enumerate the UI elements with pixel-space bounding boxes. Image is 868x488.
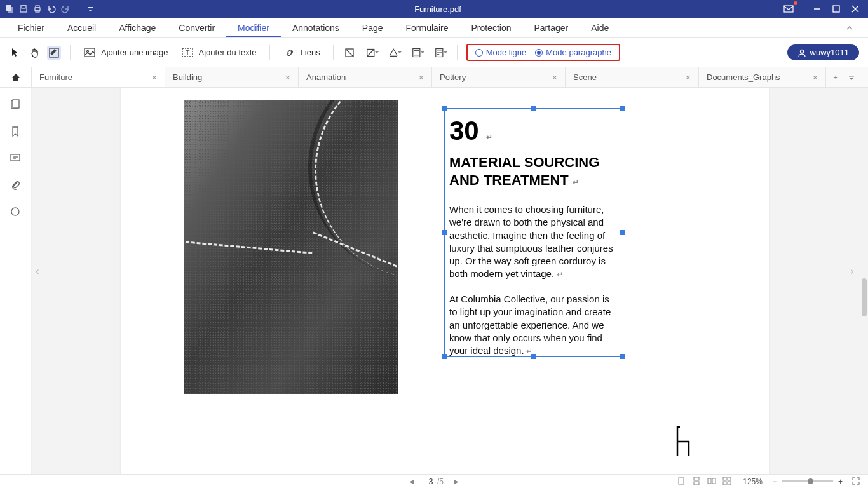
tab-anamation[interactable]: Anamation× bbox=[299, 67, 432, 87]
tab-building[interactable]: Building× bbox=[165, 67, 299, 87]
tab-close-icon[interactable]: × bbox=[152, 72, 157, 83]
menu-aide[interactable]: Aide bbox=[580, 19, 620, 37]
tab-label: Documents_Graphs bbox=[707, 72, 780, 82]
heading-text[interactable]: MATERIAL SOURCING AND TREATMENT ↵ bbox=[449, 154, 599, 189]
watermark-icon[interactable] bbox=[365, 46, 379, 60]
zoom-slider-thumb[interactable] bbox=[808, 478, 813, 484]
tab-documents-graphs[interactable]: Documents_Graphs× bbox=[699, 67, 826, 87]
svg-rect-7 bbox=[784, 6, 793, 12]
resize-handle-mr[interactable] bbox=[620, 230, 625, 235]
search-panel-icon[interactable] bbox=[10, 206, 22, 219]
menu-formulaire[interactable]: Formulaire bbox=[395, 19, 460, 37]
tab-close-icon[interactable]: × bbox=[686, 72, 691, 83]
prev-page-arrow-icon[interactable]: ‹ bbox=[34, 266, 41, 277]
scrollbar-thumb[interactable] bbox=[862, 278, 867, 316]
menu-affichage[interactable]: Affichage bbox=[107, 19, 167, 37]
paragraph-1[interactable]: When it comes to choosing furniture, we'… bbox=[449, 203, 614, 281]
thumbnails-icon[interactable] bbox=[10, 99, 22, 112]
resize-handle-tm[interactable] bbox=[531, 106, 536, 111]
add-image-button[interactable]: Ajouter une image bbox=[79, 43, 172, 62]
menu-page[interactable]: Page bbox=[351, 19, 395, 37]
fullscreen-icon[interactable] bbox=[851, 477, 862, 487]
tab-furniture[interactable]: Furniture× bbox=[32, 67, 165, 87]
pdf-page: 30 ↵ MATERIAL SOURCING AND TREATMENT ↵ W… bbox=[121, 88, 769, 474]
zoom-out-button[interactable]: − bbox=[773, 477, 777, 486]
svg-rect-48 bbox=[728, 482, 731, 485]
comments-icon[interactable] bbox=[10, 152, 22, 165]
tab-label: Scene bbox=[573, 72, 597, 82]
tab-label: Building bbox=[173, 72, 202, 82]
edit-object-icon[interactable] bbox=[47, 46, 61, 60]
menu-annotations[interactable]: Annotations bbox=[281, 19, 351, 37]
header-footer-icon[interactable] bbox=[411, 46, 425, 60]
page-number-input[interactable] bbox=[424, 477, 437, 486]
main-area: ‹ 30 ↵ MATERIAL SOURCING AND bbox=[0, 88, 868, 474]
add-text-button[interactable]: T Ajouter du texte bbox=[177, 43, 261, 62]
user-account-button[interactable]: wuwy1011 bbox=[787, 44, 859, 60]
view-single-icon[interactable] bbox=[677, 477, 687, 487]
maximize-button[interactable] bbox=[829, 3, 844, 15]
edit-mode-group: Mode ligne Mode paragraphe bbox=[466, 44, 620, 61]
tab-close-icon[interactable]: × bbox=[419, 72, 424, 83]
zoom-in-button[interactable]: + bbox=[838, 477, 843, 486]
hand-pan-icon[interactable] bbox=[28, 46, 42, 60]
quickaccess-dropdown-icon[interactable] bbox=[86, 4, 95, 13]
svg-line-20 bbox=[367, 49, 374, 56]
view-continuous-icon[interactable] bbox=[692, 477, 702, 487]
menu-protection[interactable]: Protection bbox=[459, 19, 522, 37]
user-name: wuwy1011 bbox=[810, 48, 849, 57]
select-arrow-icon[interactable] bbox=[9, 46, 23, 60]
mail-icon[interactable] bbox=[781, 3, 796, 15]
next-page-button[interactable]: ► bbox=[452, 477, 460, 486]
menu-accueil[interactable]: Accueil bbox=[56, 19, 107, 37]
prev-page-button[interactable]: ◄ bbox=[408, 477, 416, 486]
resize-handle-tl[interactable] bbox=[442, 106, 447, 111]
document-canvas[interactable]: ‹ 30 ↵ MATERIAL SOURCING AND bbox=[32, 88, 858, 474]
zoom-slider[interactable] bbox=[782, 480, 833, 482]
app-logo-icon bbox=[5, 4, 14, 13]
resize-handle-bl[interactable] bbox=[442, 354, 447, 359]
tab-close-icon[interactable]: × bbox=[813, 72, 818, 83]
separator bbox=[78, 4, 78, 13]
undo-icon[interactable] bbox=[47, 4, 56, 13]
separator bbox=[269, 45, 270, 60]
bookmarks-icon[interactable] bbox=[10, 126, 22, 139]
tab-close-icon[interactable]: × bbox=[552, 72, 557, 83]
next-page-arrow-icon[interactable]: › bbox=[849, 266, 855, 277]
save-icon[interactable] bbox=[19, 4, 28, 13]
tab-overflow-icon[interactable] bbox=[845, 67, 858, 87]
mode-line-radio[interactable]: Mode ligne bbox=[475, 48, 527, 57]
home-tab[interactable] bbox=[0, 67, 32, 87]
mode-paragraph-radio[interactable]: Mode paragraphe bbox=[535, 48, 611, 57]
svg-rect-9 bbox=[833, 6, 839, 12]
new-tab-button[interactable]: + bbox=[826, 67, 845, 87]
page-number-text[interactable]: 30 ↵ bbox=[449, 116, 492, 146]
crop-icon[interactable] bbox=[342, 46, 356, 60]
resize-handle-ml[interactable] bbox=[442, 230, 447, 235]
leather-image[interactable] bbox=[184, 100, 398, 394]
view-facing-icon[interactable] bbox=[707, 477, 717, 487]
menu-fichier[interactable]: Fichier bbox=[6, 19, 56, 37]
page-navigator: ◄ /5 ► bbox=[408, 477, 460, 486]
redo-icon[interactable] bbox=[61, 4, 70, 13]
resize-handle-br[interactable] bbox=[620, 354, 625, 359]
close-button[interactable] bbox=[848, 3, 863, 15]
attachments-icon[interactable] bbox=[10, 179, 22, 192]
links-button[interactable]: Liens bbox=[279, 43, 324, 62]
paragraph-2[interactable]: At Columbia Collective, our passion is t… bbox=[449, 293, 620, 357]
minimize-button[interactable] bbox=[810, 3, 825, 15]
menu-convertir[interactable]: Convertir bbox=[167, 19, 226, 37]
menu-partager[interactable]: Partager bbox=[522, 19, 580, 37]
collapse-ribbon-icon[interactable] bbox=[844, 22, 855, 34]
tab-close-icon[interactable]: × bbox=[285, 72, 290, 83]
tab-scene[interactable]: Scene× bbox=[566, 67, 699, 87]
tab-label: Pottery bbox=[440, 72, 466, 82]
menu-modifier[interactable]: Modifier bbox=[226, 19, 281, 37]
background-icon[interactable] bbox=[388, 46, 402, 60]
tab-pottery[interactable]: Pottery× bbox=[432, 67, 566, 87]
print-icon[interactable] bbox=[33, 4, 42, 13]
bates-numbering-icon[interactable] bbox=[434, 46, 448, 60]
resize-handle-tr[interactable] bbox=[620, 106, 625, 111]
vertical-scrollbar[interactable] bbox=[858, 88, 868, 474]
view-facing-continuous-icon[interactable] bbox=[722, 477, 733, 487]
